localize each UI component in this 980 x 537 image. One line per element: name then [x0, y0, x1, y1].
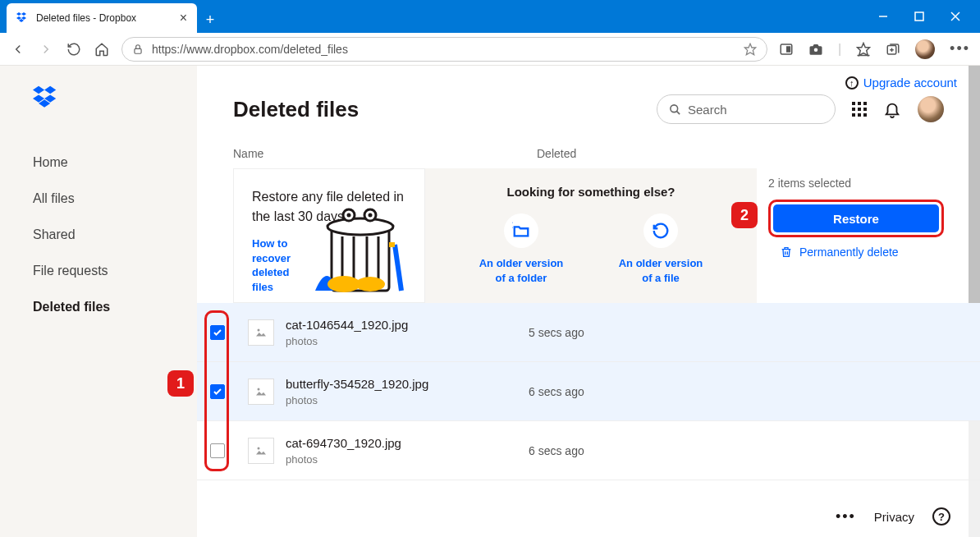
trash-icon	[780, 246, 793, 259]
file-name: cat-694730_1920.jpg	[286, 436, 529, 450]
footer: ••• Privacy ?	[836, 507, 950, 526]
restore-button[interactable]: Restore	[773, 204, 939, 232]
svg-point-21	[327, 218, 393, 235]
trash-illustration	[303, 204, 410, 294]
more-icon[interactable]: •••	[950, 40, 970, 57]
file-list: 1 cat-1046544_1920.jpg photos 5 secs ago…	[197, 303, 980, 480]
minimize-button[interactable]	[875, 8, 891, 25]
file-row[interactable]: cat-694730_1920.jpg photos 6 secs ago	[197, 421, 980, 480]
upgrade-label: Upgrade account	[863, 76, 957, 90]
back-button[interactable]	[10, 41, 26, 57]
svg-marker-5	[744, 44, 755, 54]
svg-point-32	[258, 447, 260, 449]
svg-point-25	[369, 213, 373, 218]
looking-for-card: Looking for something else? An older ver…	[425, 168, 757, 303]
main-content: ↑ Upgrade account Deleted files Search N…	[197, 66, 980, 537]
help-icon[interactable]: ?	[932, 507, 950, 526]
col-name: Name	[233, 147, 537, 160]
maximize-button[interactable]	[911, 8, 927, 25]
reader-icon[interactable]	[779, 42, 794, 57]
option-label: An older version of a folder	[476, 256, 566, 285]
annotation-2: 2	[731, 202, 758, 228]
how-to-recover-link[interactable]: How to recover deleted files	[252, 236, 301, 294]
upgrade-link[interactable]: ↑ Upgrade account	[845, 76, 957, 90]
file-deleted-time: 6 secs ago	[529, 444, 584, 457]
older-file-option[interactable]: An older version of a file	[616, 213, 706, 285]
file-folder: photos	[286, 453, 529, 466]
notifications-icon[interactable]	[883, 100, 901, 118]
svg-marker-9	[858, 43, 870, 55]
more-options-icon[interactable]: •••	[836, 508, 856, 526]
account-avatar[interactable]	[918, 96, 944, 122]
topbar: ↑ Upgrade account	[197, 66, 980, 90]
search-icon	[669, 103, 681, 116]
file-folder: photos	[286, 394, 529, 406]
url-text: https://www.dropbox.com/deleted_files	[152, 43, 735, 56]
new-tab-button[interactable]: +	[197, 7, 223, 33]
sidebar-item-shared[interactable]: Shared	[33, 217, 197, 253]
perm-delete-label: Permanently delete	[799, 246, 899, 259]
permanently-delete-button[interactable]: Permanently delete	[768, 246, 944, 259]
col-deleted: Deleted	[537, 147, 944, 160]
forward-button[interactable]	[38, 41, 54, 57]
restore-info-card: Restore any file deleted in the last 30 …	[233, 168, 425, 303]
browser-actions: | •••	[779, 39, 970, 59]
file-row[interactable]: butterfly-354528_1920.jpg photos 6 secs …	[197, 362, 980, 421]
file-row[interactable]: cat-1046544_1920.jpg photos 5 secs ago	[197, 303, 980, 362]
file-name: butterfly-354528_1920.jpg	[286, 377, 529, 391]
sidebar-item-all-files[interactable]: All files	[33, 181, 197, 217]
tab-title: Deleted files - Dropbox	[36, 12, 136, 24]
info-cards: Restore any file deleted in the last 30 …	[233, 168, 757, 303]
svg-line-15	[676, 111, 680, 114]
privacy-link[interactable]: Privacy	[874, 510, 914, 524]
dropbox-icon	[16, 11, 30, 25]
collections-icon[interactable]	[886, 42, 900, 57]
annotation-1: 1	[167, 370, 194, 397]
option-label: An older version of a file	[616, 256, 706, 285]
svg-rect-7	[787, 47, 790, 52]
selection-count: 2 items selected	[768, 177, 944, 190]
browser-chrome: Deleted files - Dropbox × + https://www.…	[0, 0, 980, 66]
upgrade-icon: ↑	[845, 76, 859, 90]
svg-point-24	[347, 213, 351, 218]
browser-tab[interactable]: Deleted files - Dropbox ×	[7, 3, 197, 33]
dropbox-logo[interactable]	[33, 85, 61, 110]
annotation-2-box: 2 Restore	[768, 200, 944, 237]
svg-point-30	[258, 328, 260, 331]
sidebar-item-home[interactable]: Home	[33, 145, 197, 181]
svg-point-14	[671, 104, 678, 112]
folder-history-icon	[512, 222, 530, 240]
search-placeholder: Search	[688, 103, 727, 117]
header-row: Deleted files Search	[197, 90, 980, 124]
apps-icon[interactable]	[852, 102, 867, 117]
svg-rect-1	[915, 12, 923, 21]
svg-point-31	[258, 388, 260, 390]
camera-icon[interactable]	[808, 42, 823, 57]
refresh-button[interactable]	[66, 41, 82, 57]
selection-panel: 2 items selected 2 Restore Permanently d…	[768, 168, 944, 303]
favorite-icon[interactable]	[744, 43, 757, 56]
address-bar[interactable]: https://www.dropbox.com/deleted_files	[121, 37, 767, 62]
svg-rect-4	[135, 48, 141, 53]
nav-bar: https://www.dropbox.com/deleted_files | …	[0, 33, 980, 66]
older-folder-option[interactable]: An older version of a folder	[476, 213, 566, 285]
sidebar-item-file-requests[interactable]: File requests	[33, 253, 197, 289]
home-button[interactable]	[94, 41, 110, 57]
file-history-icon	[652, 222, 670, 240]
sidebar-item-deleted-files[interactable]: Deleted files	[33, 289, 197, 325]
image-icon	[248, 438, 274, 464]
favorites-icon[interactable]	[856, 42, 871, 57]
column-headers: Name Deleted	[197, 124, 980, 168]
close-tab-icon[interactable]: ×	[180, 11, 187, 25]
annotation-1-box	[204, 310, 229, 471]
browser-profile-avatar[interactable]	[915, 39, 935, 59]
sidebar: HomeAll filesSharedFile requestsDeleted …	[0, 66, 197, 537]
tab-strip: Deleted files - Dropbox × +	[0, 0, 980, 33]
search-input[interactable]: Search	[657, 94, 836, 124]
window-controls	[875, 0, 980, 33]
file-name: cat-1046544_1920.jpg	[286, 318, 529, 332]
svg-line-28	[395, 245, 401, 291]
svg-point-27	[355, 277, 385, 291]
close-window-button[interactable]	[947, 8, 964, 25]
file-folder: photos	[286, 335, 529, 347]
